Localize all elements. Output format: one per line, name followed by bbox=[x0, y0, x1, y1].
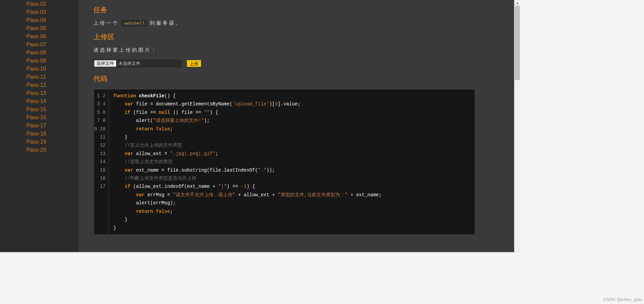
sidebar-item-pass-04[interactable]: Pass-04 bbox=[26, 16, 79, 24]
sidebar-list: Pass-01Pass-02Pass-03Pass-04Pass-05Pass-… bbox=[0, 0, 79, 154]
upload-form: 选择文件 未选择文件 上传 bbox=[93, 59, 512, 68]
code-heading: 代码 bbox=[93, 74, 512, 83]
file-input[interactable]: 选择文件 未选择文件 bbox=[93, 59, 181, 68]
main-content: 任务 上传一个 webshell 到服务器。 上传区 请选择要上传的图片： 选择… bbox=[79, 0, 520, 252]
sidebar-item-pass-14[interactable]: Pass-14 bbox=[26, 97, 79, 105]
sidebar-item-pass-13[interactable]: Pass-13 bbox=[26, 89, 79, 97]
sidebar-item-pass-07[interactable]: Pass-07 bbox=[26, 41, 79, 49]
task-text-prefix: 上传一个 bbox=[93, 20, 122, 26]
app-viewport: Pass-01Pass-02Pass-03Pass-04Pass-05Pass-… bbox=[0, 0, 520, 253]
code-block: 1 2 3 4 5 6 7 8 9 10 11 12 13 14 15 16 1… bbox=[93, 89, 475, 235]
sidebar-item-pass-10[interactable]: Pass-10 bbox=[26, 65, 79, 73]
scroll-up-button[interactable]: ▲ bbox=[514, 0, 520, 6]
upload-instruction: 请选择要上传的图片： bbox=[93, 47, 512, 53]
file-status-text: 未选择文件 bbox=[117, 60, 140, 67]
upload-button[interactable]: 上传 bbox=[187, 60, 201, 67]
sidebar-item-pass-18[interactable]: Pass-18 bbox=[26, 130, 79, 138]
scrollbar-thumb[interactable] bbox=[515, 6, 520, 80]
sidebar-item-pass-08[interactable]: Pass-08 bbox=[26, 49, 79, 57]
sidebar-item-pass-02[interactable]: Pass-02 bbox=[26, 0, 79, 8]
task-text-suffix: 到服务器。 bbox=[147, 20, 182, 26]
sidebar-item-pass-16[interactable]: Pass-16 bbox=[26, 113, 79, 122]
sidebar-item-pass-20[interactable]: Pass-20 bbox=[26, 146, 79, 154]
code-gutter: 1 2 3 4 5 6 7 8 9 10 11 12 13 14 15 16 1… bbox=[94, 89, 109, 235]
watermark: CSDN @julien_qiao bbox=[603, 297, 642, 302]
sidebar-item-pass-09[interactable]: Pass-09 bbox=[26, 57, 79, 65]
vertical-scrollbar[interactable]: ▲ bbox=[514, 0, 520, 253]
sidebar-item-pass-05[interactable]: Pass-05 bbox=[26, 24, 79, 32]
sidebar-item-pass-03[interactable]: Pass-03 bbox=[26, 8, 79, 16]
sidebar: Pass-01Pass-02Pass-03Pass-04Pass-05Pass-… bbox=[0, 0, 79, 252]
sidebar-item-pass-11[interactable]: Pass-11 bbox=[26, 73, 79, 81]
code-content: function checkFile() { var file = docume… bbox=[109, 89, 382, 235]
sidebar-item-pass-06[interactable]: Pass-06 bbox=[26, 32, 79, 41]
sidebar-item-pass-12[interactable]: Pass-12 bbox=[26, 81, 79, 89]
task-heading: 任务 bbox=[93, 5, 512, 15]
upload-heading: 上传区 bbox=[93, 32, 512, 42]
sidebar-item-pass-17[interactable]: Pass-17 bbox=[26, 122, 79, 130]
choose-file-button[interactable]: 选择文件 bbox=[94, 60, 116, 67]
sidebar-item-pass-15[interactable]: Pass-15 bbox=[26, 105, 79, 113]
task-description: 上传一个 webshell 到服务器。 bbox=[93, 20, 512, 26]
sidebar-item-pass-19[interactable]: Pass-19 bbox=[26, 138, 79, 146]
task-code-tag: webshell bbox=[122, 20, 147, 26]
